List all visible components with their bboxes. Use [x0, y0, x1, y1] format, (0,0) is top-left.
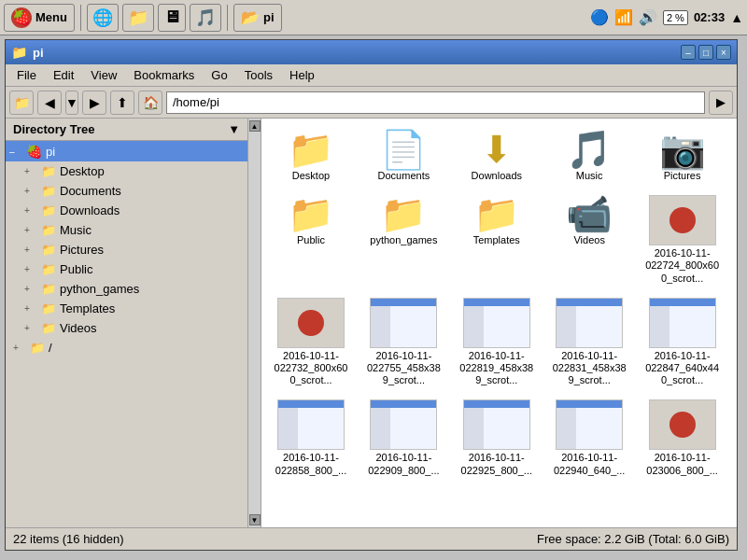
menu-file[interactable]: File	[9, 66, 44, 84]
clock: 02:33	[694, 10, 725, 24]
screenshot-6[interactable]: 2016-10-11-022858_800_...	[269, 395, 353, 481]
forward-button[interactable]: ▶	[82, 91, 106, 115]
scroll-down[interactable]: ▼	[249, 514, 261, 525]
sidebar-item-downloads[interactable]: + 📁 Downloads	[6, 201, 247, 220]
root-slash-icon: 📁	[30, 341, 45, 355]
menu-edit[interactable]: Edit	[46, 66, 81, 84]
filemanager-icon: 📁	[128, 7, 148, 28]
folder-downloads[interactable]: ⬇ Downloads	[455, 126, 539, 187]
screenshot-2[interactable]: 2016-10-11-022755_458x389_scrot...	[361, 293, 445, 392]
screenshot-10-thumb	[649, 399, 716, 450]
folder-downloads-label: Downloads	[472, 170, 522, 182]
sidebar-item-root-slash[interactable]: + 📁 /	[6, 338, 247, 357]
titlebar: 📁 pi – □ ×	[6, 40, 737, 64]
filemanager-button[interactable]: 📁	[122, 4, 154, 32]
screenshot-10[interactable]: 2016-10-11-023006_800_...	[641, 395, 725, 481]
sidebar-item-desktop[interactable]: + 📁 Desktop	[6, 161, 247, 181]
folder-pictures[interactable]: 📷 Pictures	[641, 126, 725, 187]
sidebar-item-pi[interactable]: – 🍓 pi	[6, 141, 247, 161]
menubar: File Edit View Bookmarks Go Tools Help	[6, 64, 737, 87]
sidebar-label-videos: Videos	[60, 321, 97, 335]
folder-documents-icon: 📄	[380, 131, 427, 168]
taskbar-right: 🔵 📶 🔊 2 % 02:33 ▲	[590, 8, 743, 26]
folder-pictures-label: Pictures	[664, 170, 701, 182]
scroll-up[interactable]: ▲	[249, 120, 261, 132]
menu-bookmarks[interactable]: Bookmarks	[126, 66, 202, 84]
screenshot-4[interactable]: 2016-10-11-022831_458x389_scrot...	[547, 293, 631, 392]
new-folder-button[interactable]: 📁	[9, 91, 34, 115]
terminal-icon: 🖥	[163, 7, 180, 27]
folder-desktop[interactable]: 📁 Desktop	[269, 126, 353, 187]
title-left: 📁 pi	[11, 45, 44, 60]
sidebar-label-pictures: Pictures	[60, 243, 104, 257]
up-arrow-icon: ▲	[730, 10, 743, 25]
folder-public-label: Public	[297, 234, 325, 246]
close-button[interactable]: ×	[716, 45, 731, 60]
sidebar-item-python-games[interactable]: + 📁 python_games	[6, 279, 247, 299]
screenshot-0-thumb	[649, 195, 716, 245]
screenshot-3-label: 2016-10-11-022819_458x389_scrot...	[459, 350, 534, 387]
folder-public[interactable]: 📁 Public	[269, 190, 353, 289]
screenshot-4-label: 2016-10-11-022831_458x389_scrot...	[552, 350, 627, 387]
audio-button[interactable]: 🎵	[190, 4, 221, 32]
sidebar-scrollbar[interactable]: ▲ ▼	[248, 119, 261, 527]
screenshot-1[interactable]: 2016-10-11-022732_800x600_scrot...	[269, 293, 353, 392]
folder-videos[interactable]: 📹 Videos	[547, 190, 631, 289]
back-button[interactable]: ◀	[37, 91, 62, 115]
maximize-button[interactable]: □	[698, 45, 713, 60]
music-icon: 📁	[41, 223, 56, 237]
sidebar-item-music[interactable]: + 📁 Music	[6, 220, 247, 240]
location-input[interactable]: /home/pi	[166, 91, 705, 114]
screenshot-8[interactable]: 2016-10-11-022925_800_...	[455, 395, 539, 481]
sidebar-label-root-slash: /	[49, 341, 52, 355]
templates-icon: 📁	[41, 301, 56, 315]
screenshot-3[interactable]: 2016-10-11-022819_458x389_scrot...	[455, 293, 539, 392]
back-dropdown[interactable]: ▼	[65, 91, 78, 115]
sidebar-item-documents[interactable]: + 📁 Documents	[6, 181, 247, 201]
sidebar-item-templates[interactable]: + 📁 Templates	[6, 299, 247, 318]
window-title: pi	[33, 46, 44, 60]
folder-icon: 📂	[241, 8, 260, 26]
expand-icon: +	[13, 343, 26, 353]
sidebar-item-videos[interactable]: + 📁 Videos	[6, 318, 247, 338]
screenshot-10-label: 2016-10-11-023006_800_...	[645, 452, 720, 476]
window-taskbar-button[interactable]: 📂 pi	[233, 4, 282, 32]
sidebar-label-public: Public	[60, 262, 92, 276]
sidebar-item-pictures[interactable]: + 📁 Pictures	[6, 240, 247, 259]
toolbar: 📁 ◀ ▼ ▶ ⬆ 🏠 /home/pi ▶	[6, 87, 737, 119]
browser-button[interactable]: 🌐	[87, 4, 119, 32]
sidebar-item-public[interactable]: + 📁 Public	[6, 259, 247, 279]
folder-documents[interactable]: 📄 Documents	[361, 126, 445, 187]
screenshot-7-thumb	[370, 399, 437, 450]
main-content: Directory Tree ▼ – 🍓 pi + 📁 Desktop + 📁 …	[6, 119, 737, 527]
go-button[interactable]: ▶	[709, 91, 733, 115]
taskbar: 🍓 Menu 🌐 📁 🖥 🎵 📂 pi 🔵 📶 🔊 2 % 02:33 ▲	[0, 0, 747, 35]
folder-documents-label: Documents	[378, 170, 430, 182]
folder-music[interactable]: 🎵 Music	[547, 126, 631, 187]
screenshot-0[interactable]: 2016-10-11-022724_800x600_scrot...	[641, 190, 725, 289]
expand-icon: +	[24, 205, 37, 216]
audio-icon: 🎵	[195, 7, 216, 28]
sidebar-label-desktop: Desktop	[60, 164, 105, 178]
screenshot-5[interactable]: 2016-10-11-022847_640x440_scrot...	[641, 293, 725, 392]
expand-icon: +	[24, 323, 37, 333]
folder-python-games[interactable]: 📁 python_games	[361, 190, 445, 289]
volume-icon: 🔊	[639, 8, 657, 26]
sidebar-label-downloads: Downloads	[60, 203, 120, 217]
menu-view[interactable]: View	[83, 66, 124, 84]
screenshot-9[interactable]: 2016-10-11-022940_640_...	[547, 395, 631, 481]
up-button[interactable]: ⬆	[110, 91, 134, 115]
screenshot-6-thumb	[277, 399, 345, 450]
terminal-button[interactable]: 🖥	[158, 4, 186, 32]
folder-templates[interactable]: 📁 Templates	[455, 190, 539, 289]
screenshot-8-label: 2016-10-11-022925_800_...	[459, 452, 534, 476]
screenshot-7[interactable]: 2016-10-11-022909_800_...	[361, 395, 445, 481]
home-button[interactable]: 🏠	[138, 91, 162, 115]
collapse-icon[interactable]: ▼	[228, 122, 240, 136]
menu-go[interactable]: Go	[204, 66, 234, 84]
menu-button[interactable]: 🍓 Menu	[4, 4, 75, 32]
menu-tools[interactable]: Tools	[237, 66, 280, 84]
screenshot-2-label: 2016-10-11-022755_458x389_scrot...	[366, 350, 441, 387]
minimize-button[interactable]: –	[681, 45, 696, 60]
menu-help[interactable]: Help	[282, 66, 322, 84]
